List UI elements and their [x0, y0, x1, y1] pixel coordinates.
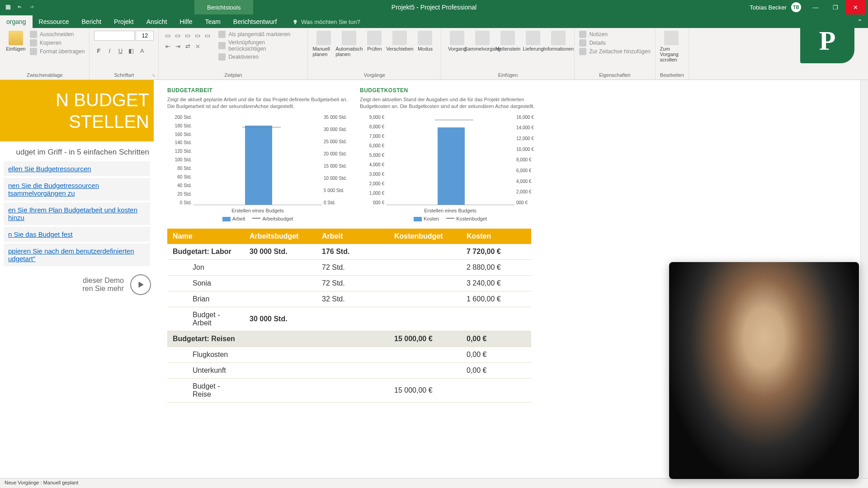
save-icon[interactable] [4, 3, 13, 12]
mark-on-track-button[interactable]: Als plangemäß markieren [218, 31, 303, 38]
table-row[interactable]: Jon72 Std.2 880,00 € [167, 259, 531, 275]
table-row[interactable]: Flugkosten0,00 € [167, 347, 531, 362]
italic-button[interactable]: I [105, 46, 114, 55]
outdent-icon[interactable]: ⇤ [163, 42, 172, 51]
scroll-to-task-button[interactable]: Zum Vorgang scrollen [660, 31, 683, 71]
group-schedule: ▭ ▭ ▭ ▭ ▭ ⇤ ⇥ ⇄ ⤫ Als plangemäß markiere… [159, 28, 308, 80]
undo-icon[interactable] [15, 3, 24, 12]
help-link[interactable]: ellen Sie Budgetressourcen [4, 161, 150, 176]
paste-button[interactable]: Einfügen [5, 31, 27, 71]
manual-schedule-button[interactable]: Manuell planen [312, 31, 335, 71]
scroll-icon [664, 31, 679, 45]
table-row[interactable]: Unterkunft0,00 € [167, 362, 531, 378]
table-row[interactable]: Budgetart: Reisen15 000,00 €0,00 € [167, 331, 531, 347]
user-name[interactable]: Tobias Becker [750, 4, 787, 11]
tab-bericht[interactable]: Bericht [75, 15, 108, 28]
table-row[interactable]: Budget - Arbeit30 000 Std. [167, 307, 531, 331]
help-link[interactable]: ppieren Sie nach dem benutzerdefinierten… [4, 244, 150, 266]
help-link[interactable]: n Sie das Budget fest [4, 227, 150, 242]
auto-schedule-button[interactable]: Automatisch planen [338, 31, 360, 71]
chart-budgetkosten[interactable]: BUDGETKOSTEN Zeigt den aktuellen Stand d… [360, 87, 541, 221]
group-label: Zwischenablage [5, 71, 85, 80]
font-name-input[interactable] [94, 31, 135, 41]
copy-button[interactable]: Kopieren [30, 39, 85, 47]
summary-task-button[interactable]: Sammelvorgang [471, 31, 494, 71]
tab-ansicht[interactable]: Ansicht [140, 15, 174, 28]
font-size-input[interactable] [136, 31, 154, 41]
restore-button[interactable]: ❐ [826, 0, 845, 14]
inspect-button[interactable]: Prüfen [363, 31, 386, 71]
format-painter-button[interactable]: Format übertragen [30, 48, 85, 55]
deactivate-icon [218, 53, 226, 61]
table-row[interactable]: Brian32 Std.1 600,00 € [167, 291, 531, 307]
cut-button[interactable]: Ausschneiden [30, 31, 85, 38]
play-demo-button[interactable] [130, 274, 151, 295]
link-icon[interactable]: ⇄ [183, 42, 192, 51]
axis-right: 35 000 Std.30 000 Std.25 000 Std.20 000 … [322, 115, 348, 205]
bar-arbeit [245, 126, 272, 205]
axis-right: 16,000 €14,000 €12,000 €10,000 €8,000 €6… [514, 115, 541, 205]
milestone-button[interactable]: Meilenstein [496, 31, 519, 71]
tab-berichtsentwurf[interactable]: Berichtsentwurf [227, 15, 283, 28]
tab-projekt[interactable]: Projekt [108, 15, 140, 28]
tab-hilfe[interactable]: Hilfe [174, 15, 199, 28]
chart-title: BUDGETKOSTEN [360, 87, 541, 94]
line-arbeitsbudget [242, 127, 281, 127]
mode-button[interactable]: Modus [414, 31, 436, 71]
move-icon [392, 31, 407, 45]
minimize-button[interactable]: — [806, 0, 826, 14]
group-label: Eigenschaften [579, 71, 650, 80]
chart-budgetarbeit[interactable]: BUDGETARBEIT Zeigt die aktuell geplante … [167, 87, 348, 221]
lightbulb-icon [292, 19, 298, 25]
fill-color-button[interactable]: ◧ [127, 46, 136, 55]
dialog-launcher-icon[interactable]: ⤡ [152, 73, 157, 79]
tab-ressource[interactable]: Ressource [33, 15, 75, 28]
tab-team[interactable]: Team [199, 15, 227, 28]
timeline-icon [579, 48, 586, 55]
help-link[interactable]: nen Sie die Budgetressourcen tsammelvorg… [4, 178, 150, 201]
progress-75-icon[interactable]: ▭ [193, 31, 202, 40]
table-row[interactable]: Sonia72 Std.3 240,00 € [167, 275, 531, 291]
webcam-overlay [669, 262, 859, 479]
inspect-icon [367, 31, 382, 45]
progress-25-icon[interactable]: ▭ [173, 31, 182, 40]
information-button[interactable]: Informationen [547, 31, 570, 71]
progress-0-icon[interactable]: ▭ [163, 31, 172, 40]
notes-button[interactable]: Notizen [579, 31, 650, 38]
add-to-timeline-button[interactable]: Zur Zeitachse hinzufügen [579, 48, 650, 55]
info-icon [551, 31, 566, 45]
title-bar: Berichtstools Projekt5 - Project Profess… [0, 0, 868, 14]
tell-me-placeholder: Was möchten Sie tun? [301, 19, 360, 25]
ribbon-tabs: organg Ressource Bericht Projekt Ansicht… [0, 14, 868, 28]
move-button[interactable]: Verschieben [388, 31, 411, 71]
redo-icon[interactable] [27, 3, 36, 12]
help-link[interactable]: en Sie Ihrem Plan Budgetarbeit und koste… [4, 202, 150, 225]
tell-me-search[interactable]: Was möchten Sie tun? [292, 19, 360, 28]
demo-text: dieser Demo ren Sie mehr [3, 277, 124, 293]
deliverable-icon [526, 31, 540, 45]
brush-icon [30, 48, 37, 55]
collapse-ribbon-icon[interactable]: ⌃ [857, 18, 868, 28]
table-row[interactable]: Budgetart: Labor30 000 Std.176 Std.7 720… [167, 244, 531, 260]
underline-button[interactable]: U [116, 46, 125, 55]
table-row[interactable]: Budget - Reise15 000,00 € [167, 378, 531, 402]
details-button[interactable]: Details [579, 39, 650, 47]
unlink-icon[interactable]: ⤫ [193, 42, 202, 51]
progress-50-icon[interactable]: ▭ [183, 31, 192, 40]
font-color-button[interactable]: A [137, 46, 146, 55]
chart-description: Zeigt die aktuell geplante Arbeit und di… [167, 96, 348, 110]
respect-links-button[interactable]: Verknüpfungen berücksichtigen [218, 39, 303, 52]
copy-icon [30, 39, 37, 47]
indent-icon[interactable]: ⇥ [173, 42, 182, 51]
budget-table[interactable]: Name Arbeitsbudget Arbeit Kostenbudget K… [167, 229, 531, 403]
progress-100-icon[interactable]: ▭ [203, 31, 212, 40]
close-button[interactable]: ✕ [845, 0, 865, 14]
bold-button[interactable]: F [94, 46, 103, 55]
axis-left: 200 Std.180 Std.160 Std.140 Std.120 Std.… [167, 115, 193, 205]
vertical-scrollbar[interactable] [860, 80, 868, 478]
deliverable-button[interactable]: Lieferung [522, 31, 544, 71]
group-label: Einfügen [446, 71, 570, 80]
tab-vorgang[interactable]: organg [0, 15, 33, 28]
deactivate-button[interactable]: Deaktivieren [218, 53, 303, 61]
user-avatar[interactable]: TB [791, 2, 801, 12]
